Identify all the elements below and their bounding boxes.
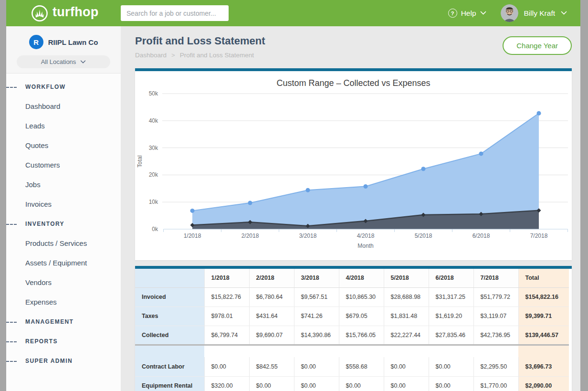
table-header-row: 1/20182/20183/20184/20185/20186/20187/20…	[135, 269, 569, 287]
brand-name: turfhop	[52, 6, 99, 21]
sidebar-section-management[interactable]: MANAGEMENT	[6, 312, 121, 331]
brand-logo[interactable]: turfhop	[31, 0, 99, 26]
point-collected-3-2018[interactable]	[306, 188, 310, 192]
x-tick-label: 2/2018	[242, 232, 259, 239]
topbar-right: ? Help	[448, 0, 567, 26]
column-header-5-2018: 5/2018	[384, 269, 429, 287]
point-collected-2-2018[interactable]	[248, 201, 252, 205]
cell-taxes-1-2018: $978.01	[204, 306, 249, 326]
chevron-down-icon	[561, 11, 567, 15]
table-spacer-row	[135, 345, 569, 357]
page-header: Profit and Loss Statement Dashboard > Pr…	[135, 34, 572, 65]
cell-invoiced-total: $154,822.16	[518, 287, 569, 306]
sidebar-item-assets-equipment[interactable]: Assets / Equipment	[6, 253, 121, 273]
row-label: Taxes	[135, 306, 204, 326]
sidebar-item-label: Invoices	[6, 200, 52, 208]
sidebar-item-label: Leads	[6, 122, 45, 130]
point-collected-5-2018[interactable]	[421, 167, 426, 171]
point-collected-6-2018[interactable]	[479, 151, 483, 156]
breadcrumb-separator-icon: >	[171, 52, 175, 59]
user-menu[interactable]: Billy Kraft	[501, 4, 567, 22]
sidebar-item-products-services[interactable]: Products / Services	[6, 233, 121, 253]
column-header-3-2018: 3/2018	[294, 269, 339, 287]
x-tick-label: 7/2018	[530, 232, 548, 239]
sidebar-item-customers[interactable]: Customers	[6, 155, 121, 175]
cell-collected-1-2018: $6,799.74	[204, 326, 249, 345]
column-header-7-2018: 7/2018	[473, 269, 518, 287]
breadcrumb-current: Profit and Loss Statement	[180, 52, 254, 59]
table-row-taxes: Taxes$978.01$431.64$741.26$679.05$1,831.…	[135, 306, 569, 326]
cell-equipment-rental-1-2018: $320.00	[204, 376, 249, 391]
sidebar-item-label: Quotes	[6, 141, 48, 149]
column-header-total: Total	[518, 269, 569, 287]
cell-taxes-5-2018: $1,831.48	[384, 306, 429, 326]
sidebar-item-quotes[interactable]: Quotes	[6, 136, 121, 155]
sidebar-section-workflow[interactable]: WORKFLOW	[6, 77, 121, 96]
cell-equipment-rental-3-2018: $0.00	[294, 376, 339, 391]
pl-chart: 0k10k20k30k40k50kTotal1/20182/20183/2018…	[135, 88, 572, 254]
sidebar-item-leads[interactable]: Leads	[6, 116, 121, 136]
row-label: Equipment Rental	[135, 376, 204, 391]
cell-contract-labor-7-2018: $2,295.50	[473, 357, 518, 376]
x-tick-label: 6/2018	[472, 232, 490, 239]
row-label: Contract Labor	[135, 357, 204, 376]
sidebar-section-super-admin[interactable]: SUPER ADMIN	[6, 351, 121, 370]
cell-equipment-rental-4-2018: $0.00	[339, 376, 384, 391]
cell-taxes-3-2018: $741.26	[294, 306, 339, 326]
cell-collected-2-2018: $9,690.07	[249, 326, 294, 345]
point-collected-1-2018[interactable]	[190, 209, 195, 213]
search-input[interactable]	[121, 5, 229, 21]
chevron-down-icon	[80, 60, 86, 64]
sidebar-item-expenses[interactable]: Expenses	[6, 292, 121, 312]
company-badge: R	[29, 35, 43, 49]
cell-equipment-rental-6-2018: $0.00	[429, 376, 473, 391]
y-tick-label: 0k	[152, 226, 158, 232]
cell-equipment-rental-5-2018: $0.00	[384, 376, 429, 391]
column-header-2-2018: 2/2018	[249, 269, 294, 287]
cell-invoiced-6-2018: $31,317.25	[429, 287, 473, 306]
cell-invoiced-4-2018: $10,865.30	[339, 287, 384, 306]
cell-taxes-7-2018: $3,119.07	[473, 306, 518, 326]
point-collected-7-2018[interactable]	[537, 111, 541, 116]
column-header-1-2018: 1/2018	[204, 269, 249, 287]
sidebar-item-dashboard[interactable]: Dashboard	[6, 96, 121, 116]
main-content: Profit and Loss Statement Dashboard > Pr…	[121, 26, 580, 391]
table-row-contract-labor: Contract Labor$0.00$842.55$0.00$558.68$0…	[135, 357, 569, 376]
breadcrumb-dashboard[interactable]: Dashboard	[135, 52, 167, 59]
cell-contract-labor-3-2018: $0.00	[294, 357, 339, 376]
avatar	[501, 4, 518, 22]
help-menu[interactable]: ? Help	[448, 9, 486, 18]
dashed-line-icon	[6, 224, 17, 225]
topbar: turfhop ? Help	[6, 0, 580, 26]
cell-collected-5-2018: $22,227.44	[384, 326, 429, 345]
sidebar-item-jobs[interactable]: Jobs	[6, 175, 121, 194]
cell-collected-6-2018: $27,835.46	[429, 326, 473, 345]
cell-taxes-6-2018: $1,619.20	[429, 306, 473, 326]
sidebar-item-label: Products / Services	[6, 239, 87, 247]
y-tick-label: 20k	[149, 171, 158, 178]
sidebar-section-reports[interactable]: REPORTS	[6, 331, 121, 351]
sidebar-section-inventory[interactable]: INVENTORY	[6, 214, 121, 233]
pl-chart-card: Custom Range – Collected vs Expenses 0k1…	[135, 68, 572, 260]
cell-invoiced-1-2018: $15,822.76	[204, 287, 249, 306]
location-selector[interactable]: All Locations	[17, 55, 110, 68]
x-axis-label: Month	[357, 243, 373, 249]
sidebar-item-vendors[interactable]: Vendors	[6, 273, 121, 292]
location-selector-label: All Locations	[41, 58, 76, 65]
help-label: Help	[461, 9, 476, 18]
cell-contract-labor-2-2018: $842.55	[249, 357, 294, 376]
dashed-line-icon	[6, 361, 17, 362]
sidebar-item-invoices[interactable]: Invoices	[6, 194, 121, 214]
user-name: Billy Kraft	[524, 9, 555, 18]
dashed-line-icon	[6, 322, 17, 323]
cell-taxes-total: $9,399.71	[518, 306, 569, 326]
point-collected-4-2018[interactable]	[364, 184, 368, 189]
change-year-button[interactable]: Change Year	[503, 36, 572, 55]
dashed-line-icon	[6, 87, 17, 88]
table-row-collected: Collected$6,799.74$9,690.07$14,390.86$15…	[135, 326, 569, 345]
table-row-invoiced: Invoiced$15,822.76$6,780.64$9,567.51$10,…	[135, 287, 569, 306]
app-window: turfhop ? Help	[0, 0, 588, 391]
column-header-6-2018: 6/2018	[429, 269, 473, 287]
sidebar-item-label: Vendors	[6, 278, 52, 286]
sidebar-item-label: Assets / Equipment	[6, 259, 87, 267]
